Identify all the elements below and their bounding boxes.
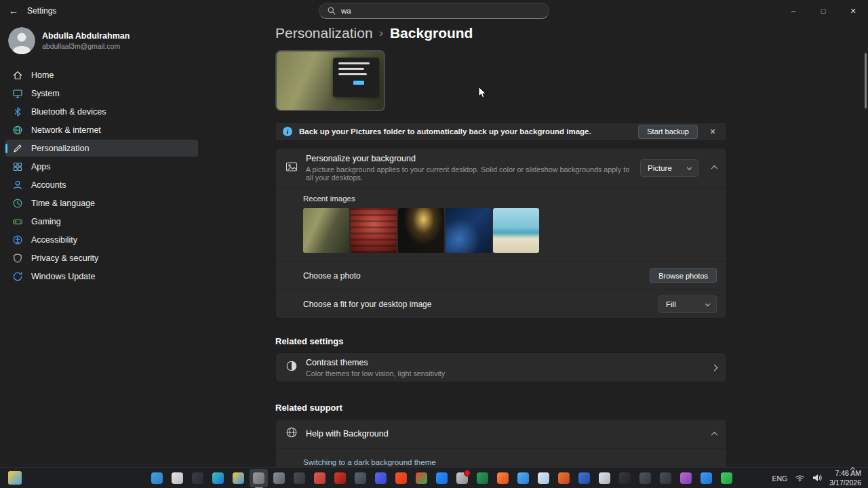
recent-image-3[interactable] bbox=[398, 208, 444, 253]
start-backup-button[interactable]: Start backup bbox=[638, 125, 698, 139]
background-type-dropdown[interactable]: Picture bbox=[640, 159, 698, 177]
weather-widget-icon[interactable] bbox=[8, 471, 22, 485]
sidebar-item-home[interactable]: Home bbox=[5, 66, 198, 83]
sidebar-item-label: Time & language bbox=[31, 199, 95, 208]
search-icon[interactable] bbox=[168, 469, 186, 487]
user-profile[interactable]: Abdulla Abdulrahman abdullaal3m@gmail.co… bbox=[0, 22, 203, 54]
notepad-icon[interactable] bbox=[636, 469, 654, 487]
globe-icon bbox=[285, 426, 298, 441]
wifi-icon[interactable] bbox=[795, 472, 805, 485]
paint-icon[interactable] bbox=[677, 469, 695, 487]
recent-image-4[interactable] bbox=[446, 208, 492, 253]
contrast-themes-card[interactable]: Contrast themes Color themes for low vis… bbox=[275, 352, 727, 382]
chevron-down-icon bbox=[687, 165, 692, 170]
recent-image-2[interactable] bbox=[351, 208, 397, 253]
photos-icon[interactable] bbox=[514, 469, 532, 487]
sidebar-item-accounts[interactable]: Accounts bbox=[5, 176, 198, 193]
background-type-value: Picture bbox=[648, 164, 672, 172]
related-settings-heading: Related settings bbox=[275, 336, 727, 346]
task-view-icon[interactable] bbox=[189, 469, 207, 487]
shield-icon bbox=[12, 253, 23, 264]
network-icon bbox=[12, 125, 23, 136]
chevron-up-icon[interactable] bbox=[711, 165, 718, 172]
back-button[interactable]: ← bbox=[0, 0, 27, 22]
brave-icon[interactable] bbox=[392, 469, 410, 487]
help-title: Help with Background bbox=[306, 429, 389, 439]
sidebar-item-label: Accounts bbox=[31, 180, 66, 190]
sidebar-item-label: Apps bbox=[31, 162, 51, 171]
discord-icon[interactable] bbox=[372, 469, 390, 487]
autodesk-icon[interactable] bbox=[311, 469, 329, 487]
excel-icon[interactable] bbox=[473, 469, 492, 487]
edge-icon[interactable] bbox=[209, 469, 227, 487]
help-link[interactable]: Switching to a dark background theme bbox=[303, 458, 717, 466]
image-icon bbox=[285, 161, 298, 176]
sidebar-item-personalization[interactable]: Personalization bbox=[5, 140, 198, 157]
word-icon[interactable] bbox=[595, 469, 614, 487]
sidebar-item-network[interactable]: Network & internet bbox=[5, 121, 198, 138]
sidebar-item-label: Accessibility bbox=[31, 235, 77, 245]
settings-icon[interactable] bbox=[250, 469, 268, 487]
chevron-right-icon: › bbox=[380, 27, 383, 39]
search-box[interactable] bbox=[319, 3, 549, 19]
language-indicator[interactable]: ENG bbox=[772, 474, 788, 483]
contrast-title: Contrast themes bbox=[306, 358, 445, 367]
breadcrumb-parent[interactable]: Personalization bbox=[275, 25, 373, 41]
personalize-background-card: Personalize your background A picture ba… bbox=[275, 148, 727, 319]
terminal-icon[interactable] bbox=[616, 469, 634, 487]
movies-icon[interactable] bbox=[575, 469, 593, 487]
volume-icon[interactable] bbox=[812, 472, 822, 485]
media-player-icon[interactable] bbox=[656, 469, 675, 487]
fit-dropdown[interactable]: Fill bbox=[658, 296, 717, 313]
contrast-icon bbox=[285, 360, 298, 375]
sidebar-item-label: Network & internet bbox=[31, 125, 101, 135]
browser-icon[interactable] bbox=[697, 469, 715, 487]
sidebar-item-label: Privacy & security bbox=[31, 253, 98, 263]
github-icon[interactable] bbox=[453, 469, 471, 487]
accessibility-icon bbox=[12, 235, 23, 245]
sidebar: Abdulla Abdulrahman abdullaal3m@gmail.co… bbox=[0, 22, 203, 467]
minimize-button[interactable]: – bbox=[778, 0, 808, 22]
user-name: Abdulla Abdulrahman bbox=[42, 31, 130, 41]
chrome-icon[interactable] bbox=[412, 469, 431, 487]
bluetooth-icon bbox=[12, 106, 23, 117]
sync-icon[interactable] bbox=[270, 469, 288, 487]
sidebar-item-apps[interactable]: Apps bbox=[5, 158, 198, 175]
sidebar-item-privacy-security[interactable]: Privacy & security bbox=[5, 249, 198, 266]
tray-date: 3/17/2026 bbox=[829, 479, 861, 487]
background-preview bbox=[275, 50, 385, 111]
clock[interactable]: 7:46 AM 3/17/2026 bbox=[829, 469, 861, 487]
file-explorer-icon[interactable] bbox=[229, 469, 248, 487]
sidebar-item-label: Windows Update bbox=[31, 272, 96, 281]
steam-icon[interactable] bbox=[351, 469, 370, 487]
personalize-header-row[interactable]: Personalize your background A picture ba… bbox=[276, 148, 726, 187]
recent-image-1[interactable] bbox=[303, 208, 349, 253]
fit-value: Fill bbox=[666, 300, 676, 308]
browse-photos-button[interactable]: Browse photos bbox=[650, 268, 717, 283]
banner-close-icon[interactable]: ✕ bbox=[705, 124, 721, 139]
maximize-button[interactable]: □ bbox=[808, 0, 838, 22]
adobe-icon[interactable] bbox=[331, 469, 349, 487]
sidebar-item-gaming[interactable]: Gaming bbox=[5, 213, 198, 230]
chevron-up-icon[interactable] bbox=[711, 431, 718, 438]
sidebar-item-system[interactable]: System bbox=[5, 85, 198, 102]
recent-image-5[interactable] bbox=[493, 208, 539, 253]
search-input[interactable] bbox=[341, 7, 540, 15]
start-icon[interactable] bbox=[148, 469, 166, 487]
whatsapp-icon[interactable] bbox=[717, 469, 736, 487]
calendar-icon[interactable] bbox=[534, 469, 553, 487]
sidebar-item-time-language[interactable]: Time & language bbox=[5, 195, 198, 211]
sidebar-item-bluetooth[interactable]: Bluetooth & devices bbox=[5, 103, 198, 120]
sidebar-item-accessibility[interactable]: Accessibility bbox=[5, 231, 198, 248]
office-icon[interactable] bbox=[555, 469, 573, 487]
calculator-icon[interactable] bbox=[290, 469, 309, 487]
sidebar-item-windows-update[interactable]: Windows Update bbox=[5, 268, 198, 285]
apps-icon bbox=[12, 161, 23, 172]
zoom-icon[interactable] bbox=[433, 469, 451, 487]
personalization-icon bbox=[12, 143, 23, 154]
sidebar-item-label: Home bbox=[31, 70, 54, 80]
firefox-icon[interactable] bbox=[494, 469, 512, 487]
scrollbar[interactable] bbox=[865, 53, 867, 108]
help-header-row[interactable]: Help with Background bbox=[276, 420, 726, 448]
close-button[interactable]: ✕ bbox=[838, 0, 868, 22]
